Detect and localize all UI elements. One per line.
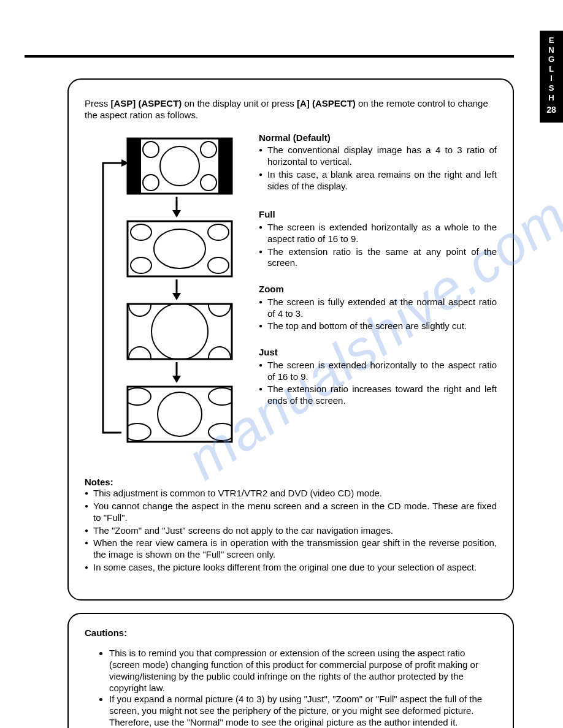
language-tab: E N G L I S H 28 bbox=[540, 31, 563, 123]
page: E N G L I S H 28 manualshive.com Press [… bbox=[0, 0, 563, 728]
mode-title: Full bbox=[259, 209, 497, 221]
mode-list: The conventional display image has a 4 t… bbox=[259, 145, 497, 192]
mode-item: The screen is extended horizontally as a… bbox=[259, 222, 497, 245]
cautions-list: This is to remind you that compression o… bbox=[85, 648, 497, 728]
tab-letter: S bbox=[549, 83, 554, 93]
mode-list: The screen is fully extended at the norm… bbox=[259, 297, 497, 332]
intro-prefix: Press bbox=[85, 98, 111, 108]
mode-item: The extension ratio increases toward the… bbox=[259, 384, 497, 407]
diagram-column bbox=[85, 132, 244, 463]
mode-item: The top and bottom of the screen are sli… bbox=[259, 320, 497, 332]
content-row: Normal (Default) The conventional displa… bbox=[85, 132, 497, 463]
note-item: The "Zoom" and "Just" screens do not app… bbox=[85, 525, 497, 537]
svg-marker-10 bbox=[172, 210, 181, 218]
tab-letter: I bbox=[550, 74, 553, 83]
mode-title: Normal (Default) bbox=[259, 132, 497, 144]
mode-list: The screen is extended horizontally as a… bbox=[259, 222, 497, 269]
caution-item: This is to remind you that compression o… bbox=[109, 648, 497, 694]
mode-item: The conventional display image has a 4 t… bbox=[259, 145, 497, 168]
notes-section: Notes: This adjustment is common to VTR1… bbox=[85, 477, 497, 574]
notes-title: Notes: bbox=[85, 477, 497, 488]
intro-button1: [ASP] (ASPECT) bbox=[111, 98, 182, 108]
caution-item: If you expand a normal picture (4 to 3) … bbox=[109, 694, 497, 728]
note-item: In some cases, the picture looks differe… bbox=[85, 562, 497, 574]
intro-text: Press [ASP] (ASPECT) on the display unit… bbox=[85, 98, 497, 121]
svg-marker-27 bbox=[172, 376, 181, 383]
mode-item: In this case, a blank area remains on th… bbox=[259, 169, 497, 192]
mode-item: The extension ratio is the same at any p… bbox=[259, 246, 497, 270]
note-item: This adjustment is common to VTR1/VTR2 a… bbox=[85, 488, 497, 499]
svg-rect-3 bbox=[218, 138, 232, 194]
notes-list: This adjustment is common to VTR1/VTR2 a… bbox=[85, 488, 497, 573]
mode-list: The screen is extended horizontally to t… bbox=[259, 360, 497, 407]
tab-letter: L bbox=[549, 64, 554, 74]
cautions-title: Cautions: bbox=[85, 628, 497, 639]
aspect-box: Press [ASP] (ASPECT) on the display unit… bbox=[67, 78, 514, 601]
aspect-diagram-svg bbox=[85, 132, 244, 463]
intro-button2: [A] (ASPECT) bbox=[297, 98, 356, 108]
tab-number: 28 bbox=[540, 105, 563, 115]
tab-letter: H bbox=[548, 93, 554, 102]
cautions-box: Cautions: This is to remind you that com… bbox=[67, 613, 514, 729]
svg-rect-28 bbox=[128, 387, 232, 442]
note-item: When the rear view camera is in operatio… bbox=[85, 537, 497, 561]
horizontal-rule bbox=[25, 55, 514, 58]
svg-rect-2 bbox=[128, 138, 141, 194]
mode-item: The screen is extended horizontally to t… bbox=[259, 360, 497, 383]
tab-letter: G bbox=[548, 55, 554, 64]
svg-rect-19 bbox=[128, 304, 232, 359]
intro-mid: on the display unit or press bbox=[182, 98, 297, 108]
mode-title: Just bbox=[259, 347, 497, 358]
mode-item: The screen is fully extended at the norm… bbox=[259, 297, 497, 320]
tab-letter: E bbox=[549, 36, 554, 45]
descriptions: Normal (Default) The conventional displa… bbox=[259, 132, 497, 418]
mode-title: Zoom bbox=[259, 284, 497, 295]
note-item: You cannot change the aspect in the menu… bbox=[85, 501, 497, 524]
svg-marker-18 bbox=[172, 293, 181, 300]
tab-letter: N bbox=[548, 45, 554, 55]
